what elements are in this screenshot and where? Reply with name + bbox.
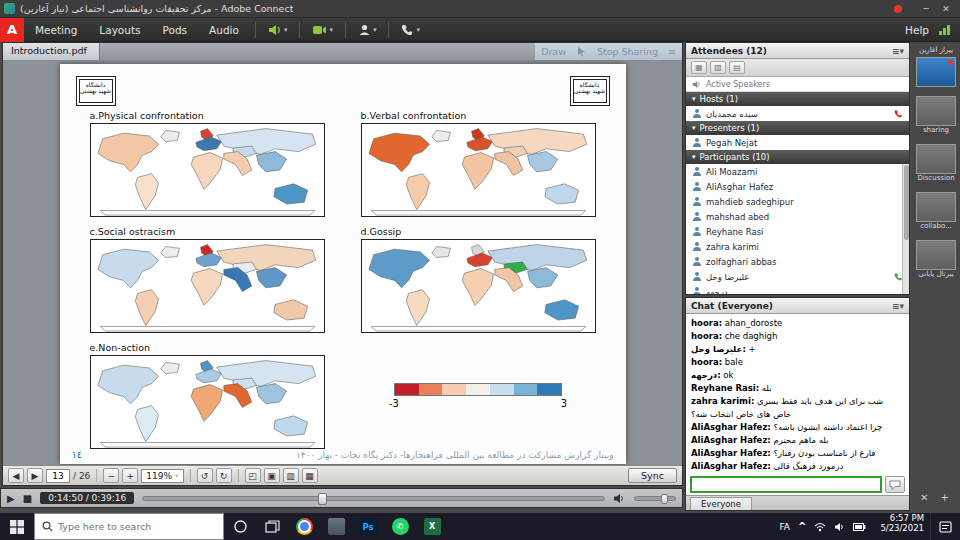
action-center-button[interactable]: [930, 513, 960, 540]
thumbnail-image[interactable]: [916, 96, 956, 126]
pod-thumbnail-discussion[interactable]: Discussion: [912, 142, 960, 183]
pointer-icon[interactable]: [576, 46, 587, 57]
attendee-row[interactable]: علیرضا وحل: [686, 269, 909, 284]
hosts-group-header[interactable]: ▾Hosts (1): [686, 92, 909, 106]
prev-page-button[interactable]: ◀: [8, 468, 24, 483]
titlebar: مرکز تحقیقات روانشناسی اجتماعی (نیاز آغا…: [0, 0, 960, 18]
attendee-row[interactable]: درجهه: [686, 284, 909, 294]
chat-input[interactable]: [690, 476, 882, 493]
speaker-icon[interactable]: [834, 522, 845, 532]
taskbar-clock[interactable]: 6:57 PM 5/23/2021: [874, 513, 930, 540]
webcam-button[interactable]: ▾: [305, 18, 340, 42]
attendee-status-button[interactable]: ▾: [351, 18, 384, 42]
play-button[interactable]: ▶: [7, 493, 15, 504]
volume-icon[interactable]: [613, 493, 626, 504]
zoom-in-button[interactable]: +: [122, 468, 138, 483]
attendee-row[interactable]: zahra karimi: [686, 239, 909, 254]
close-icon[interactable]: ✕: [920, 492, 928, 503]
person-icon: [692, 167, 701, 176]
wifi-icon[interactable]: [814, 522, 826, 532]
map-label: d.Gossip: [361, 226, 596, 237]
draw-button[interactable]: Draw: [541, 46, 566, 57]
volume-slider[interactable]: [634, 496, 676, 501]
attendee-row[interactable]: Ali Moazami: [686, 164, 909, 179]
attendee-row[interactable]: mahshad abed: [686, 209, 909, 224]
presenters-group-header[interactable]: ▾Presenters (1): [686, 121, 909, 135]
phone-button[interactable]: ▾: [394, 18, 427, 42]
thumbnail-image[interactable]: [916, 192, 956, 222]
zoom-out-button[interactable]: −: [103, 468, 119, 483]
attendee-row[interactable]: zolfaghari abbas: [686, 254, 909, 269]
volume-handle[interactable]: [661, 494, 668, 504]
video-thumbnail[interactable]: [916, 57, 956, 87]
pod-menu-icon[interactable]: ≡▾: [892, 301, 904, 311]
rotate-cw-button[interactable]: ↻: [216, 468, 232, 483]
thumbnail-image[interactable]: [916, 144, 956, 174]
send-message-button[interactable]: [885, 476, 905, 493]
add-icon[interactable]: +: [940, 492, 948, 503]
menu-audio[interactable]: Audio: [198, 18, 250, 42]
pod-thumbnail-final[interactable]: پیرتال پایانی: [912, 238, 960, 279]
battery-icon[interactable]: [853, 523, 866, 531]
chat-message: درجهه: ok: [691, 369, 904, 382]
app-taskbar-button[interactable]: [320, 513, 352, 540]
fit-width-button[interactable]: ▥: [283, 468, 299, 483]
attendee-view-grid-button[interactable]: ▦: [691, 61, 707, 74]
attendee-view-split-button[interactable]: ▧: [710, 61, 726, 74]
pod-thumbnail-collaboration[interactable]: collabo...: [912, 190, 960, 231]
menu-meeting[interactable]: Meeting: [24, 18, 88, 42]
participants-group-header[interactable]: ▾Participants (10): [686, 150, 909, 164]
seek-handle[interactable]: [318, 493, 327, 505]
page-number-input[interactable]: [46, 469, 70, 483]
workspace: Introduction.pdf Draw Stop Sharing ≡ دان…: [0, 42, 960, 513]
language-indicator[interactable]: FA: [780, 522, 791, 532]
tray-expand-icon[interactable]: ^: [798, 521, 806, 532]
whatsapp-taskbar-button[interactable]: ✆: [384, 513, 416, 540]
start-button[interactable]: [0, 513, 34, 540]
task-view-button[interactable]: [256, 513, 288, 540]
attendee-row[interactable]: AliAsghar Hafez: [686, 179, 909, 194]
attendee-row[interactable]: mahdieb sadeghipur: [686, 194, 909, 209]
cortana-button[interactable]: [224, 513, 256, 540]
grid-view-button[interactable]: ▦: [302, 468, 318, 483]
slide-number: ١٤: [72, 449, 83, 460]
attendee-view-list-button[interactable]: ▤: [729, 61, 745, 74]
attendee-row-presenter[interactable]: Pegah Nejat: [686, 135, 909, 150]
rotate-ccw-button[interactable]: ↺: [197, 468, 213, 483]
menu-help[interactable]: Help: [895, 24, 939, 36]
menu-pods[interactable]: Pods: [152, 18, 199, 42]
chat-message: hoora: che daghigh: [691, 330, 904, 343]
excel-taskbar-button[interactable]: X: [416, 513, 448, 540]
select-tool-button[interactable]: ◰: [245, 468, 261, 483]
stop-button[interactable]: ■: [23, 493, 32, 504]
photoshop-taskbar-button[interactable]: Ps: [352, 513, 384, 540]
sync-button[interactable]: Sync: [628, 468, 677, 483]
share-tab-introduction-pdf[interactable]: Introduction.pdf: [3, 43, 100, 60]
stop-sharing-button[interactable]: Stop Sharing: [597, 46, 658, 57]
scrollbar-thumb[interactable]: [904, 165, 909, 240]
taskbar-search[interactable]: [34, 513, 224, 540]
seek-slider[interactable]: [142, 496, 605, 501]
pod-menu-icon[interactable]: ≡▾: [892, 46, 904, 56]
minimize-button[interactable]: ─: [916, 4, 936, 14]
pod-menu-icon[interactable]: ≡: [668, 46, 676, 57]
thumbnail-image[interactable]: [916, 240, 956, 270]
active-speakers-row: Active Speakers: [686, 77, 909, 92]
chat-input-row: [686, 474, 909, 495]
attendee-row-host[interactable]: سیده محمدیان: [686, 106, 909, 121]
connection-status-icon[interactable]: [939, 25, 950, 35]
speaker-button[interactable]: ▾: [261, 18, 295, 42]
next-page-button[interactable]: ▶: [27, 468, 43, 483]
fit-page-button[interactable]: ▣: [264, 468, 280, 483]
chrome-taskbar-button[interactable]: [288, 513, 320, 540]
menu-layouts[interactable]: Layouts: [88, 18, 151, 42]
pod-thumbnail-video[interactable]: پیراز آغارین: [912, 46, 960, 87]
tab-everyone[interactable]: Everyone: [690, 497, 752, 510]
close-button[interactable]: ✕: [936, 4, 956, 14]
attendee-row[interactable]: Reyhane Rasi: [686, 224, 909, 239]
pod-thumbnail-sharing[interactable]: sharing: [912, 94, 960, 135]
chat-text: چرا اعتماد داشته ایشون باشه؟: [773, 422, 882, 432]
zoom-select[interactable]: 119% ▾: [141, 469, 183, 483]
attendees-scrollbar[interactable]: [902, 164, 909, 294]
search-input[interactable]: [58, 521, 198, 532]
